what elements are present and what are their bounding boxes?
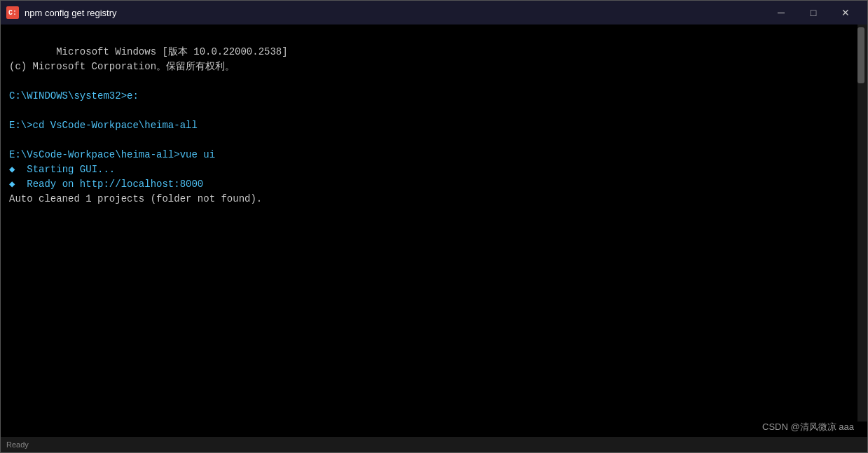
title-bar-left: C: npm config get registry: [6, 6, 117, 19]
window-controls: ─ □ ✕: [765, 1, 862, 25]
terminal-output: Microsoft Windows [版本 10.0.22000.2538] (…: [9, 30, 859, 236]
title-bar: C: npm config get registry ─ □ ✕: [1, 1, 867, 25]
status-bar: Ready: [1, 437, 867, 452]
line-auto-clean: Auto cleaned 1 projects (folder not foun…: [9, 193, 262, 204]
scrollbar-track[interactable]: [857, 25, 867, 421]
close-button[interactable]: ✕: [829, 1, 862, 25]
scrollbar-thumb[interactable]: [857, 27, 864, 83]
terminal-window: C: npm config get registry ─ □ ✕ Microso…: [0, 0, 868, 453]
line-1: Microsoft Windows [版本 10.0.22000.2538] (…: [9, 46, 288, 72]
window-title: npm config get registry: [25, 8, 117, 18]
terminal-icon: C:: [6, 6, 19, 19]
line-cmd-1: C:\WINDOWS\system32>e: E:\>cd VsCode-Wor…: [9, 90, 215, 160]
status-text: Ready: [6, 440, 29, 449]
terminal-wrapper: Microsoft Windows [版本 10.0.22000.2538] (…: [1, 25, 867, 437]
watermark: CSDN @清风微凉 aaa: [762, 421, 854, 433]
terminal-body[interactable]: Microsoft Windows [版本 10.0.22000.2538] (…: [1, 25, 867, 437]
minimize-button[interactable]: ─: [765, 1, 797, 25]
maximize-button[interactable]: □: [797, 1, 829, 25]
line-starting: ◆ Starting GUI... ◆ Ready on http://loca…: [9, 164, 203, 190]
